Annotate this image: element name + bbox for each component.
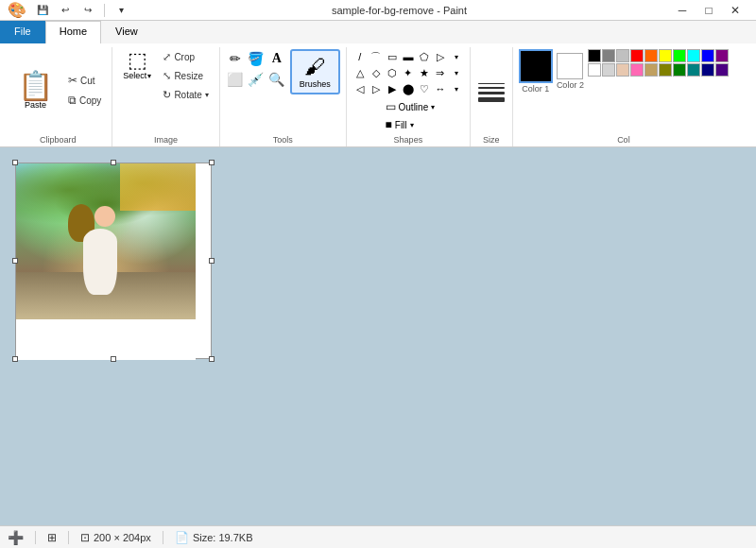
palette-yellow[interactable] xyxy=(659,49,672,62)
tab-home[interactable]: Home xyxy=(45,21,101,43)
palette-olive[interactable] xyxy=(659,63,672,77)
image-tools: ⤢ Crop ⤡ Resize ↻ Rotate ▾ xyxy=(158,47,213,103)
size-line-1[interactable] xyxy=(478,83,505,84)
palette-purple[interactable] xyxy=(715,49,729,62)
quick-undo-btn[interactable]: ↩ xyxy=(57,2,74,19)
handle-mr[interactable] xyxy=(209,258,215,264)
palette-green[interactable] xyxy=(673,63,686,77)
hexa-btn[interactable]: ✦ xyxy=(401,65,416,80)
palette-white[interactable] xyxy=(588,63,601,77)
handle-bc[interactable] xyxy=(111,356,116,362)
shapes-row2: △ ◇ ⬡ ✦ ★ ⇒ ▾ xyxy=(352,65,464,80)
chat-btn[interactable]: ⬤ xyxy=(401,81,416,96)
star-btn[interactable]: ★ xyxy=(417,65,432,80)
rotate-button[interactable]: ↻ Rotate ▾ xyxy=(158,87,213,103)
tab-view[interactable]: View xyxy=(101,21,152,43)
palette-lightgray[interactable] xyxy=(602,63,615,77)
close-btn[interactable]: ✕ xyxy=(722,2,748,19)
more3-btn[interactable]: ▾ xyxy=(449,81,464,96)
dimensions-icon: ⊡ xyxy=(80,531,90,544)
paste-button[interactable]: 📋 Paste xyxy=(9,47,61,133)
palette-cyan[interactable] xyxy=(687,49,700,62)
heart-btn[interactable]: ♡ xyxy=(417,81,432,96)
minimize-btn[interactable]: ─ xyxy=(669,2,696,19)
palette-black[interactable] xyxy=(588,49,601,62)
rtri-btn[interactable]: ▷ xyxy=(369,81,384,96)
color1-group: Color 1 xyxy=(519,49,553,94)
palette-lime[interactable] xyxy=(673,49,686,62)
ltri-btn[interactable]: ◁ xyxy=(352,81,368,96)
palette-tan[interactable] xyxy=(616,63,629,77)
new-icon: ➕ xyxy=(8,530,24,545)
view-btn[interactable]: ⊞ xyxy=(47,531,57,544)
canvas-area[interactable] xyxy=(0,147,756,525)
brushes-button[interactable]: 🖌 Brushes xyxy=(290,49,340,94)
rect-btn[interactable]: ▭ xyxy=(385,49,400,64)
file-size: Size: 19.7KB xyxy=(193,532,253,543)
curve-btn[interactable]: ⌒ xyxy=(369,49,384,64)
quick-save-btn[interactable]: 💾 xyxy=(34,2,51,19)
handle-br[interactable] xyxy=(209,356,215,362)
fill-dropdown: ▾ xyxy=(410,121,414,129)
palette-teal[interactable] xyxy=(687,63,700,77)
eyedropper-button[interactable]: 💉 xyxy=(247,70,266,89)
select-button[interactable]: ⬚ Select ▾ xyxy=(118,47,156,83)
magnifier-button[interactable]: 🔍 xyxy=(267,70,286,89)
palette-pink[interactable] xyxy=(630,63,644,77)
color2-swatch[interactable] xyxy=(557,53,583,79)
diamond-btn[interactable]: ◇ xyxy=(369,65,384,80)
new-btn[interactable]: ➕ xyxy=(8,530,24,545)
rotate-dropdown-icon: ▾ xyxy=(205,91,209,99)
penta-btn[interactable]: ⬡ xyxy=(385,65,400,80)
image-canvas[interactable] xyxy=(15,163,212,359)
palette-gray[interactable] xyxy=(602,49,615,62)
text-button[interactable]: A xyxy=(267,49,286,68)
palette-red[interactable] xyxy=(630,49,644,62)
ribbon: 📋 Paste ✂ Cut ⧉ Copy Clipboard ⬚ xyxy=(0,43,756,147)
handle-tl[interactable] xyxy=(12,160,18,165)
size-line-4[interactable] xyxy=(478,97,505,102)
tri-btn[interactable]: △ xyxy=(352,65,368,80)
palette-indigo[interactable] xyxy=(715,63,729,77)
outline-button[interactable]: ▭ Outline ▾ xyxy=(381,98,440,115)
cut-button[interactable]: ✂ Cut xyxy=(63,72,106,89)
fill-shape-button[interactable]: ■ Fill ▾ xyxy=(381,116,440,133)
dropdown-btn[interactable]: ▾ xyxy=(112,2,129,19)
fill-button[interactable]: 🪣 xyxy=(247,49,266,68)
size-content xyxy=(476,47,507,133)
rtri2-btn[interactable]: ▶ xyxy=(385,81,400,96)
size-line-2[interactable] xyxy=(478,87,505,89)
arrow2-btn[interactable]: ⇒ xyxy=(433,65,448,80)
handle-tc[interactable] xyxy=(111,160,116,165)
color1-swatch[interactable] xyxy=(519,49,553,83)
resize-button[interactable]: ⤡ Resize xyxy=(158,68,213,84)
ribbon-tabs: File Home View xyxy=(0,21,756,43)
palette-navy[interactable] xyxy=(701,63,714,77)
pencil-button[interactable]: ✏ xyxy=(226,49,245,68)
handle-ml[interactable] xyxy=(12,258,18,264)
palette-silver[interactable] xyxy=(616,49,629,62)
more2-btn[interactable]: ▾ xyxy=(449,65,464,80)
line-btn[interactable]: / xyxy=(352,49,368,64)
eraser-button[interactable]: ⬜ xyxy=(226,70,245,89)
rect2-btn[interactable]: ▬ xyxy=(401,49,416,64)
pentagon-btn[interactable]: ⬠ xyxy=(417,49,432,64)
palette-blue[interactable] xyxy=(701,49,714,62)
paste-icon: 📋 xyxy=(18,72,53,100)
copy-button[interactable]: ⧉ Copy xyxy=(63,92,106,109)
palette-orange[interactable] xyxy=(644,49,658,62)
title-bar: 🎨 💾 ↩ ↪ ▾ sample-for-bg-remove - Paint ─… xyxy=(0,0,756,21)
tab-file[interactable]: File xyxy=(0,21,45,43)
arrow3-btn[interactable]: ↔ xyxy=(433,81,448,96)
more1-btn[interactable]: ▾ xyxy=(449,49,464,64)
quick-redo-btn[interactable]: ↪ xyxy=(79,2,96,19)
maximize-btn[interactable]: □ xyxy=(696,2,722,19)
crop-button[interactable]: ⤢ Crop xyxy=(158,49,213,65)
size-line-3[interactable] xyxy=(478,92,505,94)
palette-brown[interactable] xyxy=(644,63,658,77)
select-icon: ⬚ xyxy=(128,50,147,71)
arrow1-btn[interactable]: ▷ xyxy=(433,49,448,64)
handle-tr[interactable] xyxy=(209,160,215,165)
size-selector[interactable] xyxy=(476,79,507,106)
handle-bl[interactable] xyxy=(12,356,18,362)
